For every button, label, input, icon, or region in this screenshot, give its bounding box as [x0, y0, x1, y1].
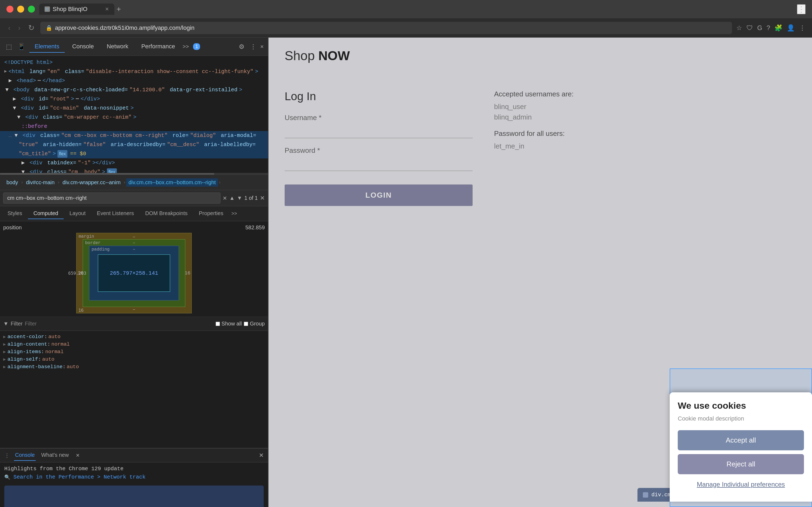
menu-icon[interactable]: ⋮ — [799, 24, 806, 32]
code-line-cm-box[interactable]: … ▼ <div class="cm cm--box cm--bottom cm… — [0, 131, 268, 140]
tab-favicon: 🛒 — [45, 6, 50, 12]
new-tab-button[interactable]: + — [117, 5, 121, 13]
profile-icon[interactable]: 👤 — [787, 24, 795, 32]
reload-button[interactable]: ↻ — [26, 22, 36, 34]
breadcrumb-active[interactable]: div.cm.cm--box.cm--bottom.cm--right — [126, 178, 218, 187]
whats-new-close-button[interactable]: ✕ — [76, 452, 80, 458]
prop-value: auto — [48, 334, 61, 340]
show-all-checkbox-input[interactable] — [216, 322, 220, 326]
extensions-icon[interactable]: 🧩 — [774, 24, 782, 32]
css-filter-input[interactable] — [25, 321, 214, 327]
console-tab-whatsnew[interactable]: What's new — [40, 450, 70, 461]
devtools-tab-elements[interactable]: Elements — [29, 41, 65, 53]
group-checkbox[interactable]: Group — [244, 321, 265, 327]
maximize-traffic-light[interactable] — [28, 6, 35, 13]
box-model-position-value: 582.859 — [245, 225, 265, 231]
help-icon[interactable]: ? — [767, 24, 770, 32]
margin-bottom: – — [133, 307, 135, 312]
code-line-html[interactable]: ▶ <html lang="en" class="disable--intera… — [0, 67, 268, 76]
more-tabs-button[interactable]: >> — [183, 44, 189, 50]
code-line-body[interactable]: ▼ <body data-new-gr-c-s-check-loaded="14… — [0, 86, 268, 95]
breadcrumb-ccmain[interactable]: div#cc-main — [24, 178, 57, 187]
doctype-text: <!DOCTYPE html> — [4, 58, 53, 67]
devtools-close-button[interactable]: × — [260, 43, 264, 50]
code-line-cm-body[interactable]: ▼ <div class="cm__body" > flex — [0, 168, 268, 173]
grammarly-icon[interactable]: G — [757, 24, 762, 32]
css-tab-layout[interactable]: Layout — [64, 208, 91, 219]
back-button[interactable]: ‹ — [6, 22, 12, 34]
group-checkbox-input[interactable] — [244, 322, 248, 326]
devtools-settings-button[interactable]: ⚙ — [237, 41, 246, 52]
console-content: Highlights from the Chrome 129 update 🔍 … — [0, 462, 268, 507]
devtools-tab-performance[interactable]: Performance — [136, 41, 180, 53]
main-content: ⬚ 📱 Elements Console Network Performance… — [0, 38, 812, 507]
show-all-label: Show all — [222, 321, 242, 327]
show-all-checkbox[interactable]: Show all — [216, 321, 242, 327]
search-next-button[interactable]: ▼ — [237, 195, 242, 201]
active-tab[interactable]: 🛒 Shop BlinqIO ✕ — [39, 3, 114, 15]
accept-all-button[interactable]: Accept all — [678, 430, 804, 450]
console-tabs: ⋮ Console What's new ✕ ✕ — [0, 448, 268, 462]
inspect-element-button[interactable]: ⬚ — [4, 41, 14, 52]
traffic-lights — [6, 6, 35, 13]
prop-value: auto — [67, 364, 79, 370]
breadcrumb-body[interactable]: body — [4, 178, 20, 187]
box-model-content: 265.797×258.141 — [98, 254, 170, 292]
more-css-tabs-button[interactable]: >> — [229, 209, 239, 219]
prop-expand-icon[interactable]: ▶ — [3, 364, 6, 370]
css-tab-dom-breakpoints[interactable]: DOM Breakpoints — [140, 208, 193, 219]
search-clear-button[interactable]: ✕ — [223, 195, 227, 202]
code-line-before: ::before — [0, 122, 268, 131]
tab-bar: 🛒 Shop BlinqIO ✕ + — [39, 3, 793, 15]
forward-button[interactable]: › — [16, 22, 22, 34]
code-line-ccmain[interactable]: ▼ <div id="cc-main" data-nosnippet > — [0, 104, 268, 113]
page-content: Shop NOW Log In Username * Password * — [269, 38, 812, 507]
tab-close-button[interactable]: ✕ — [105, 6, 109, 12]
devtools-tab-console[interactable]: Console — [67, 41, 99, 53]
css-prop-align-content: ▶ align-content : normal — [3, 340, 265, 348]
url-bar[interactable]: 🔒 approve-cookies.dzrtr0k51i0mo.amplifya… — [40, 22, 732, 34]
margin-top: – — [133, 234, 135, 239]
css-tab-properties[interactable]: Properties — [193, 208, 229, 219]
console-panel-icon[interactable]: ⋮ — [4, 452, 10, 459]
device-toggle-button[interactable]: 📱 — [16, 41, 27, 52]
reject-all-button[interactable]: Reject all — [678, 454, 804, 474]
console-close-button[interactable]: ✕ — [259, 452, 264, 459]
minimize-traffic-light[interactable] — [17, 6, 24, 13]
devtools-more-button[interactable]: ⋮ — [248, 41, 258, 52]
cookie-modal: We use cookies Cookie modal description … — [670, 392, 812, 502]
console-tab-console[interactable]: Console — [14, 450, 36, 461]
css-tab-styles[interactable]: Styles — [2, 208, 27, 219]
search-input[interactable]: cm cm--box cm--bottom cm--right — [3, 192, 221, 204]
shield-icon[interactable]: 🛡 — [747, 24, 753, 32]
console-search-link[interactable]: Search in the Performance > Network trac… — [13, 474, 146, 480]
search-count: 1 of 1 — [244, 195, 258, 201]
search-close-button[interactable]: ✕ — [260, 195, 265, 202]
code-line-root[interactable]: ▶ <div id="root" > ⋯ </div> — [0, 95, 268, 104]
title-bar: 🛒 Shop BlinqIO ✕ + ⋮ — [0, 0, 812, 18]
margin-right: 16 — [184, 270, 190, 276]
css-tab-event-listeners[interactable]: Event Listeners — [92, 208, 139, 219]
code-line-head[interactable]: ▶ <head> ⋯ </head> — [0, 76, 268, 86]
devtools-tab-network[interactable]: Network — [101, 41, 134, 53]
css-tab-computed[interactable]: Computed — [28, 208, 63, 219]
manage-preferences-button[interactable]: Manage Individual preferences — [678, 478, 804, 491]
browser-menu-button[interactable]: ⋮ — [797, 4, 806, 14]
search-icon: 🔍 — [4, 474, 10, 480]
box-model-left-val: 659.203 — [68, 271, 86, 276]
css-tabs: Styles Computed Layout Event Listeners D… — [0, 206, 268, 221]
prop-expand-icon[interactable]: ▶ — [3, 334, 6, 339]
breadcrumb-wrapper[interactable]: div.cm-wrapper.cc--anim — [60, 178, 123, 187]
close-traffic-light[interactable] — [6, 6, 13, 13]
code-line-tabindex[interactable]: ▶ <div tabindex="-1" ></div> — [0, 158, 268, 168]
cookie-modal-title: We use cookies — [678, 400, 804, 411]
devtools-toolbar: ⬚ 📱 Elements Console Network Performance… — [0, 38, 268, 56]
prop-expand-icon[interactable]: ▶ — [3, 357, 6, 362]
prop-expand-icon[interactable]: ▶ — [3, 349, 6, 354]
code-line-cm-wrapper[interactable]: ▼ <div class="cm-wrapper cc--anim" > — [0, 113, 268, 122]
bookmark-icon[interactable]: ☆ — [736, 24, 742, 32]
code-line-cm-box-3: "cm_title" > flex == $0 — [0, 149, 268, 158]
browser-frame: 🛒 Shop BlinqIO ✕ + ⋮ ‹ › ↻ 🔒 approve-coo… — [0, 0, 812, 507]
prop-expand-icon[interactable]: ▶ — [3, 342, 6, 347]
search-prev-button[interactable]: ▲ — [229, 195, 235, 201]
